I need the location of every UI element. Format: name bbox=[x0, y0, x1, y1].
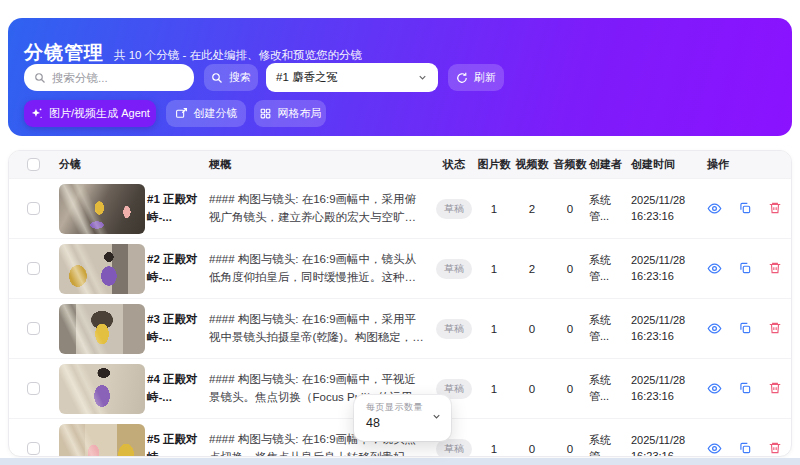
row-checkbox[interactable] bbox=[27, 382, 40, 395]
page-size-dropdown[interactable]: 每页显示数量 48 bbox=[354, 395, 451, 441]
copy-button[interactable] bbox=[738, 201, 752, 216]
creator: 系统管... bbox=[589, 193, 621, 225]
audio-count: 0 bbox=[551, 203, 589, 215]
select-all-checkbox[interactable] bbox=[27, 158, 40, 171]
row-checkbox[interactable] bbox=[27, 202, 40, 215]
created-time: 2025/11/28 16:23:16 bbox=[631, 433, 693, 457]
column-header-audio-count: 音频数 bbox=[551, 157, 589, 172]
creator: 系统管... bbox=[589, 313, 621, 345]
chevron-down-icon bbox=[431, 411, 442, 422]
search-input-wrapper[interactable] bbox=[24, 64, 194, 91]
storyboard-synopsis: #### 构图与镜头: 在16:9画幅中，采用俯视广角镜头，建立养心殿的宏大与空… bbox=[209, 191, 425, 227]
created-time: 2025/11/28 16:23:16 bbox=[631, 193, 693, 225]
video-count: 2 bbox=[513, 203, 551, 215]
create-board-icon bbox=[175, 107, 188, 120]
row-checkbox[interactable] bbox=[27, 442, 40, 455]
storyboard-synopsis: #### 构图与镜头: 在16:9画幅中，镜头从低角度仰拍皇后，同时缓慢推近。这… bbox=[209, 251, 425, 287]
delete-button[interactable] bbox=[768, 441, 782, 456]
refresh-button-label: 刷新 bbox=[474, 70, 496, 85]
column-header-creator: 创建者 bbox=[589, 157, 631, 172]
video-count: 2 bbox=[513, 263, 551, 275]
search-icon bbox=[211, 72, 223, 84]
copy-button[interactable] bbox=[738, 381, 752, 396]
storyboard-synopsis: #### 构图与镜头: 在16:9画幅中，采用平视中景镜头拍摄皇帝(乾隆)。构图… bbox=[209, 311, 425, 347]
delete-button[interactable] bbox=[768, 261, 782, 276]
audio-count: 0 bbox=[551, 383, 589, 395]
table-row: #2 正殿对峙-... #### 构图与镜头: 在16:9画幅中，镜头从低角度仰… bbox=[9, 238, 791, 298]
storyboard-title[interactable]: #3 正殿对峙-... bbox=[147, 311, 199, 346]
storyboard-title[interactable]: #4 正殿对峙-... bbox=[147, 371, 199, 406]
image-count: 1 bbox=[475, 443, 513, 455]
copy-button[interactable] bbox=[738, 321, 752, 336]
page-subtitle: 共 10 个分镜 - 在此处编排、修改和预览您的分镜 bbox=[114, 48, 362, 63]
delete-button[interactable] bbox=[768, 201, 782, 216]
storyboard-title[interactable]: #2 正殿对峙-... bbox=[147, 251, 199, 286]
table-row: #1 正殿对峙-... #### 构图与镜头: 在16:9画幅中，采用俯视广角镜… bbox=[9, 178, 791, 238]
delete-button[interactable] bbox=[768, 381, 782, 396]
video-count: 0 bbox=[513, 383, 551, 395]
page-size-value: 48 bbox=[366, 416, 441, 430]
refresh-icon bbox=[456, 72, 468, 84]
audio-count: 0 bbox=[551, 263, 589, 275]
row-checkbox[interactable] bbox=[27, 322, 40, 335]
storyboard-thumbnail[interactable] bbox=[59, 424, 145, 458]
chevron-down-icon bbox=[417, 72, 428, 83]
search-button[interactable]: 搜索 bbox=[204, 64, 258, 91]
status-badge: 草稿 bbox=[436, 259, 472, 279]
header-card: 分镜管理 共 10 个分镜 - 在此处编排、修改和预览您的分镜 搜索 #1 麝香… bbox=[8, 18, 792, 136]
view-button[interactable] bbox=[707, 441, 722, 456]
column-header-created-time: 创建时间 bbox=[631, 157, 693, 172]
page-size-label: 每页显示数量 bbox=[366, 401, 441, 414]
storyboard-title[interactable]: #5 正殿对峙-... bbox=[147, 431, 199, 457]
table-header-row: 分镜 梗概 状态 图片数 视频数 音频数 创建者 创建时间 操作 bbox=[9, 151, 791, 178]
storyboard-title[interactable]: #1 正殿对峙-... bbox=[147, 191, 199, 226]
view-button[interactable] bbox=[707, 201, 722, 216]
delete-button[interactable] bbox=[768, 321, 782, 336]
storyboard-thumbnail[interactable] bbox=[59, 304, 145, 354]
image-count: 1 bbox=[475, 383, 513, 395]
column-header-video-count: 视频数 bbox=[513, 157, 551, 172]
video-count: 0 bbox=[513, 443, 551, 455]
status-badge: 草稿 bbox=[436, 439, 472, 457]
refresh-button[interactable]: 刷新 bbox=[448, 64, 504, 91]
grid-layout-button[interactable]: 网格布局 bbox=[254, 100, 326, 127]
copy-button[interactable] bbox=[738, 261, 752, 276]
column-header-actions: 操作 bbox=[693, 157, 791, 172]
status-badge: 草稿 bbox=[436, 199, 472, 219]
creator: 系统管... bbox=[589, 373, 621, 405]
grid-button-label: 网格布局 bbox=[278, 106, 322, 121]
image-count: 1 bbox=[475, 203, 513, 215]
creator: 系统管... bbox=[589, 253, 621, 285]
created-time: 2025/11/28 16:23:16 bbox=[631, 253, 693, 285]
table-row: #3 正殿对峙-... #### 构图与镜头: 在16:9画幅中，采用平视中景镜… bbox=[9, 298, 791, 358]
row-checkbox[interactable] bbox=[27, 262, 40, 275]
view-button[interactable] bbox=[707, 261, 722, 276]
image-count: 1 bbox=[475, 323, 513, 335]
search-input[interactable] bbox=[52, 72, 206, 84]
storyboard-management-page: 分镜管理 共 10 个分镜 - 在此处编排、修改和预览您的分镜 搜索 #1 麝香… bbox=[0, 0, 800, 465]
status-badge: 草稿 bbox=[436, 319, 472, 339]
view-button[interactable] bbox=[707, 321, 722, 336]
create-storyboard-button[interactable]: 创建分镜 bbox=[166, 100, 246, 127]
video-count: 0 bbox=[513, 323, 551, 335]
agent-button-label: 图片/视频生成 Agent bbox=[49, 106, 150, 121]
search-icon bbox=[34, 72, 46, 84]
view-button[interactable] bbox=[707, 381, 722, 396]
storyboard-select[interactable]: #1 麝香之冤 bbox=[266, 63, 438, 92]
storyboard-thumbnail[interactable] bbox=[59, 364, 145, 414]
column-header-status: 状态 bbox=[433, 157, 475, 172]
created-time: 2025/11/28 16:23:16 bbox=[631, 373, 693, 405]
grid-icon bbox=[259, 107, 272, 120]
created-time: 2025/11/28 16:23:16 bbox=[631, 313, 693, 345]
image-video-agent-button[interactable]: 图片/视频生成 Agent bbox=[24, 100, 156, 127]
bottom-strip bbox=[0, 458, 800, 465]
image-count: 1 bbox=[475, 263, 513, 275]
search-button-label: 搜索 bbox=[229, 70, 251, 85]
storyboard-thumbnail[interactable] bbox=[59, 244, 145, 294]
copy-button[interactable] bbox=[738, 441, 752, 456]
creator: 系统管... bbox=[589, 433, 621, 457]
column-header-synopsis: 梗概 bbox=[209, 157, 433, 172]
sparkle-icon bbox=[30, 107, 43, 120]
storyboard-thumbnail[interactable] bbox=[59, 184, 145, 234]
audio-count: 0 bbox=[551, 443, 589, 455]
